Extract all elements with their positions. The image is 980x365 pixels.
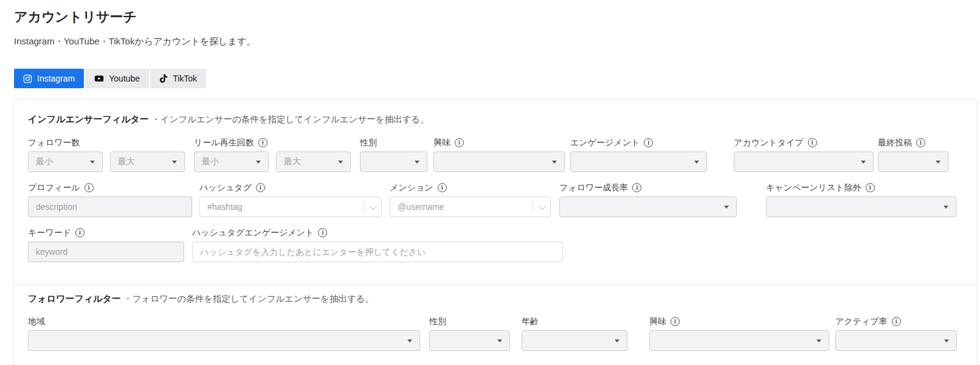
field-label: 性別 (360, 137, 377, 148)
info-glyph: i (869, 185, 871, 191)
region-field: 地域 (28, 316, 420, 351)
field-label: メンション (390, 182, 433, 193)
field-label: キーワード (28, 228, 71, 238)
info-icon[interactable]: i (256, 183, 265, 192)
hashtag-combo[interactable] (199, 196, 382, 217)
section-divider (14, 284, 977, 285)
caret-down-icon (256, 161, 261, 164)
last-post-select[interactable] (878, 151, 948, 172)
section-title: インフルエンサーフィルター (28, 114, 149, 124)
followers-field: フォロワー数 最小 最大 (28, 137, 185, 172)
profile-input[interactable] (28, 196, 192, 217)
mention-input[interactable] (390, 197, 533, 217)
info-glyph: i (895, 319, 897, 325)
mention-combo[interactable] (390, 196, 551, 217)
chevron-down-icon (370, 202, 378, 210)
info-icon[interactable]: i (644, 138, 653, 147)
info-icon[interactable]: i (75, 228, 85, 237)
reel-views-min-select[interactable]: 最小 (194, 151, 269, 172)
info-icon[interactable]: i (438, 183, 447, 192)
info-icon[interactable]: i (808, 138, 817, 147)
profile-field: プロフィール i (28, 182, 192, 217)
keyword-field: キーワード i (28, 228, 184, 262)
info-icon[interactable]: i (85, 183, 94, 192)
info-icon[interactable]: i (892, 317, 901, 326)
field-label: 性別 (429, 316, 446, 327)
reel-views-field: リール再生回数 i 最小 最大 (194, 137, 351, 172)
info-glyph: i (458, 140, 460, 146)
follower-filter-row: 地域 性別 年齢 (28, 316, 962, 351)
info-icon[interactable]: i (916, 138, 925, 147)
tab-youtube[interactable]: Youtube (85, 69, 149, 88)
followers-min-select[interactable]: 最小 (28, 151, 103, 172)
info-icon[interactable]: i (866, 183, 875, 192)
account-type-select[interactable] (734, 151, 874, 172)
info-glyph: i (322, 230, 323, 236)
caret-down-icon (944, 339, 949, 342)
tab-label: Instagram (37, 74, 75, 83)
field-label: 最終投稿 (878, 137, 912, 148)
field-label: 地域 (28, 316, 45, 327)
info-glyph: i (441, 185, 443, 191)
follower-gender-field: 性別 (429, 316, 510, 351)
field-label: 年齢 (522, 316, 539, 327)
select-placeholder: 最小 (202, 156, 219, 167)
campaign-list-exclude-select[interactable] (766, 196, 956, 217)
influencer-filter-row-3: キーワード i ハッシュタグエンゲージメント i (28, 228, 962, 262)
caret-down-icon (497, 339, 502, 342)
page-title: アカウントリサーチ (14, 9, 980, 26)
region-select[interactable] (28, 330, 420, 351)
followers-max-select[interactable]: 最大 (110, 151, 185, 172)
follower-growth-select[interactable] (559, 196, 737, 217)
gender-select[interactable] (360, 151, 427, 172)
info-icon[interactable]: i (258, 138, 267, 147)
account-type-field: アカウントタイプ i (734, 137, 874, 172)
divider (533, 201, 533, 213)
info-icon[interactable]: i (318, 228, 327, 237)
keyword-input[interactable] (28, 242, 184, 262)
tab-tiktok[interactable]: TikTok (150, 69, 206, 88)
instagram-icon (23, 74, 32, 83)
info-glyph: i (79, 230, 81, 236)
hashtag-engagement-field: ハッシュタグエンゲージメント i (192, 228, 563, 262)
field-label: ハッシュタグ (199, 182, 252, 193)
follower-growth-field: フォロワー成長率 i (559, 182, 737, 217)
active-rate-select[interactable] (835, 330, 957, 351)
caret-down-icon (694, 161, 699, 164)
field-label: アカウントタイプ (734, 137, 804, 148)
field-label: ハッシュタグエンゲージメント (192, 228, 314, 238)
follower-filter-header: フォロワーフィルター ・フォロワーの条件を指定してインフルエンサーを抽出する。 (28, 293, 962, 305)
caret-down-icon (944, 206, 948, 209)
follower-gender-select[interactable] (429, 330, 510, 351)
caret-down-icon (415, 161, 419, 164)
influencer-filter-header: インフルエンサーフィルター ・インフルエンサーの条件を指定してインフルエンサーを… (28, 113, 962, 125)
tab-label: TikTok (173, 74, 197, 83)
interest-select[interactable] (433, 151, 565, 172)
info-icon[interactable]: i (455, 138, 464, 147)
info-icon[interactable]: i (671, 317, 680, 326)
info-glyph: i (260, 185, 261, 191)
select-placeholder: 最大 (118, 156, 135, 167)
caret-down-icon (816, 339, 821, 342)
interest-field: 興味 i (433, 137, 565, 172)
info-glyph: i (88, 185, 90, 191)
divider (364, 201, 364, 213)
caret-down-icon (338, 161, 343, 164)
reel-views-max-select[interactable]: 最大 (276, 151, 351, 172)
engagement-field: エンゲージメント i (570, 137, 707, 172)
mention-field: メンション i (390, 182, 551, 217)
follower-interest-select[interactable] (649, 330, 829, 351)
hashtag-field: ハッシュタグ i (199, 182, 382, 217)
field-label: リール再生回数 (194, 137, 254, 148)
hashtag-engagement-input[interactable] (192, 242, 563, 262)
engagement-select[interactable] (570, 151, 707, 172)
gender-field: 性別 (360, 137, 427, 172)
age-select[interactable] (522, 330, 627, 351)
hashtag-input[interactable] (200, 197, 364, 217)
influencer-filter-row-1: フォロワー数 最小 最大 リール再生回数 i (28, 137, 962, 172)
last-post-field: 最終投稿 i (878, 137, 948, 172)
caret-down-icon (861, 161, 866, 164)
tab-instagram[interactable]: Instagram (14, 69, 84, 88)
platform-tabs: Instagram Youtube TikTok (14, 69, 980, 88)
info-icon[interactable]: i (632, 183, 641, 192)
